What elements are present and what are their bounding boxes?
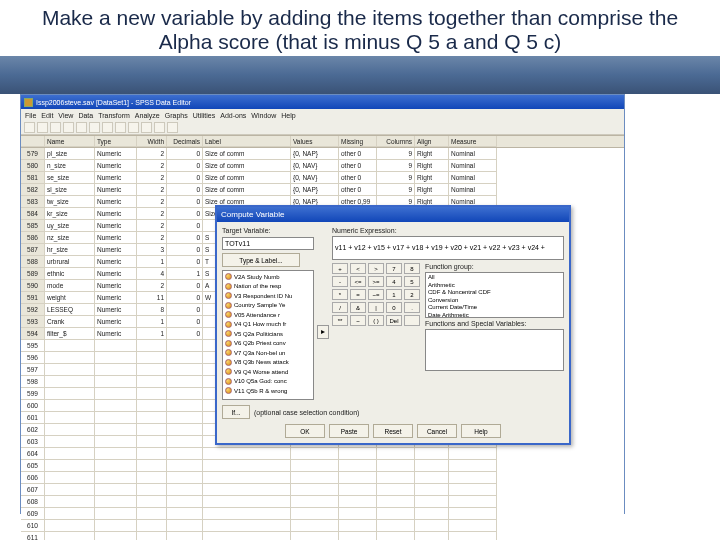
- keypad-button[interactable]: >: [368, 263, 384, 274]
- function-group-item[interactable]: All: [428, 274, 561, 282]
- variable-item[interactable]: Country Sample Ye: [223, 301, 313, 311]
- variable-item[interactable]: Nation of the resp: [223, 282, 313, 292]
- if-button[interactable]: If...: [222, 405, 250, 419]
- toolbar-button[interactable]: [76, 122, 87, 133]
- cell-decimals[interactable]: 0: [167, 172, 203, 184]
- target-variable-field[interactable]: TOTv11: [222, 237, 314, 250]
- cell-label[interactable]: Size of comm: [203, 172, 291, 184]
- cell-decimals[interactable]: 0: [167, 208, 203, 220]
- reset-button[interactable]: Reset: [373, 424, 413, 438]
- paste-button[interactable]: Paste: [329, 424, 369, 438]
- move-right-button[interactable]: ▸: [317, 325, 329, 339]
- keypad-button[interactable]: 4: [386, 276, 402, 287]
- keypad-button[interactable]: 1: [386, 289, 402, 300]
- col-columns[interactable]: Columns: [377, 136, 415, 147]
- cell-type[interactable]: Numeric: [95, 268, 137, 280]
- variable-item[interactable]: V8 Q3b News attack: [223, 358, 313, 368]
- cell-values[interactable]: {0, NAP}: [291, 184, 339, 196]
- keypad-button[interactable]: .: [404, 302, 420, 313]
- table-row[interactable]: 582sl_sizeNumeric20Size of comm{0, NAP}o…: [21, 184, 624, 196]
- cell-decimals[interactable]: 0: [167, 232, 203, 244]
- cell-type[interactable]: Numeric: [95, 304, 137, 316]
- variable-item[interactable]: V3 Respondent ID Nu: [223, 291, 313, 301]
- cell-width[interactable]: 2: [137, 148, 167, 160]
- cell-width[interactable]: 2: [137, 280, 167, 292]
- keypad-button[interactable]: 2: [404, 289, 420, 300]
- cell-decimals[interactable]: 0: [167, 256, 203, 268]
- cell-align[interactable]: Right: [415, 160, 449, 172]
- cell-align[interactable]: Right: [415, 172, 449, 184]
- type-and-label-button[interactable]: Type & Label...: [222, 253, 300, 267]
- keypad-button[interactable]: -: [332, 276, 348, 287]
- cell-name[interactable]: n_size: [45, 160, 95, 172]
- table-row[interactable]: 606: [21, 472, 624, 484]
- cell-width[interactable]: 2: [137, 196, 167, 208]
- variable-item[interactable]: V11 Q5b R & wrong: [223, 386, 313, 396]
- cell-width[interactable]: 1: [137, 316, 167, 328]
- function-group-item[interactable]: CDF & Noncentral CDF: [428, 289, 561, 297]
- cell-name[interactable]: ethnic: [45, 268, 95, 280]
- keypad-button[interactable]: +: [332, 263, 348, 274]
- variable-item[interactable]: V2A Study Numb: [223, 272, 313, 282]
- cell-missing[interactable]: other 0: [339, 172, 377, 184]
- table-row[interactable]: 580n_sizeNumeric20Size of comm{0, NAV}ot…: [21, 160, 624, 172]
- function-group-item[interactable]: Conversion: [428, 297, 561, 305]
- cell-decimals[interactable]: 0: [167, 304, 203, 316]
- cell-columns[interactable]: 9: [377, 184, 415, 196]
- toolbar-button[interactable]: [37, 122, 48, 133]
- cell-name[interactable]: Crank: [45, 316, 95, 328]
- cell-name[interactable]: LESSEQ: [45, 304, 95, 316]
- keypad-button[interactable]: >=: [368, 276, 384, 287]
- keypad-button[interactable]: <=: [350, 276, 366, 287]
- keypad-button[interactable]: <: [350, 263, 366, 274]
- menu-help[interactable]: Help: [281, 112, 295, 119]
- cell-name[interactable]: kr_size: [45, 208, 95, 220]
- menu-edit[interactable]: Edit: [41, 112, 53, 119]
- cell-width[interactable]: 8: [137, 304, 167, 316]
- cell-missing[interactable]: other 0: [339, 160, 377, 172]
- keypad-button[interactable]: 0: [386, 302, 402, 313]
- cell-name[interactable]: uy_size: [45, 220, 95, 232]
- col-label[interactable]: Label: [203, 136, 291, 147]
- variable-item[interactable]: V7 Q3a Non-bel un: [223, 348, 313, 358]
- cell-width[interactable]: 2: [137, 172, 167, 184]
- cell-columns[interactable]: 9: [377, 172, 415, 184]
- function-group-item[interactable]: Arithmetic: [428, 282, 561, 290]
- table-row[interactable]: 605: [21, 460, 624, 472]
- cell-decimals[interactable]: 0: [167, 220, 203, 232]
- col-name[interactable]: Name: [45, 136, 95, 147]
- table-row[interactable]: 604: [21, 448, 624, 460]
- menu-analyze[interactable]: Analyze: [135, 112, 160, 119]
- cell-decimals[interactable]: 0: [167, 196, 203, 208]
- cell-decimals[interactable]: 1: [167, 268, 203, 280]
- ok-button[interactable]: OK: [285, 424, 325, 438]
- cell-width[interactable]: 2: [137, 184, 167, 196]
- table-row[interactable]: 610: [21, 520, 624, 532]
- cell-label[interactable]: Size of comm: [203, 160, 291, 172]
- cell-width[interactable]: 2: [137, 160, 167, 172]
- cell-name[interactable]: hr_size: [45, 244, 95, 256]
- menu-utilities[interactable]: Utilities: [193, 112, 216, 119]
- table-row[interactable]: 608: [21, 496, 624, 508]
- variable-item[interactable]: V10 Q5a God: conc: [223, 377, 313, 387]
- cell-decimals[interactable]: 0: [167, 160, 203, 172]
- cell-label[interactable]: Size of comm: [203, 148, 291, 160]
- cell-values[interactable]: {0, NAV}: [291, 160, 339, 172]
- menu-window[interactable]: Window: [251, 112, 276, 119]
- cell-type[interactable]: Numeric: [95, 160, 137, 172]
- cell-decimals[interactable]: 0: [167, 328, 203, 340]
- toolbar-button[interactable]: [50, 122, 61, 133]
- col-width[interactable]: Width: [137, 136, 167, 147]
- cell-type[interactable]: Numeric: [95, 208, 137, 220]
- menu-view[interactable]: View: [58, 112, 73, 119]
- keypad-button[interactable]: ~=: [368, 289, 384, 300]
- keypad-button[interactable]: 5: [404, 276, 420, 287]
- cell-label[interactable]: Size of comm: [203, 184, 291, 196]
- cell-name[interactable]: nz_size: [45, 232, 95, 244]
- cell-decimals[interactable]: 0: [167, 280, 203, 292]
- cell-align[interactable]: Right: [415, 184, 449, 196]
- cell-measure[interactable]: Nominal: [449, 172, 497, 184]
- cell-measure[interactable]: Nominal: [449, 184, 497, 196]
- col-missing[interactable]: Missing: [339, 136, 377, 147]
- cell-missing[interactable]: other 0: [339, 184, 377, 196]
